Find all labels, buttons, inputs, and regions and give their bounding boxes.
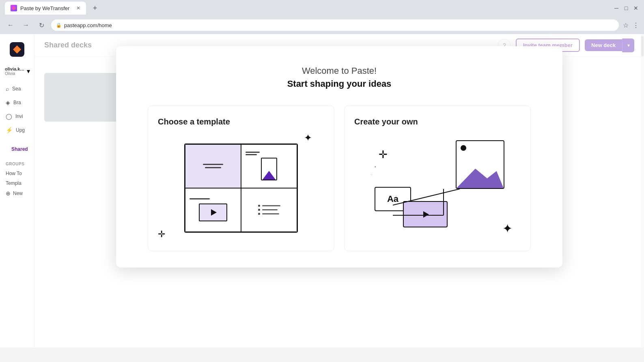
refresh-button[interactable]: ↻ [36,19,47,31]
close-button[interactable]: ✕ [633,5,639,11]
sidebar: olivia.kippax.jones... Olivia ▾ ⌕ Sea ◈ … [0,34,34,347]
choose-template-card[interactable]: Choose a template ✦ ✛ • [148,105,334,251]
invite-label: Invi [15,114,23,119]
template-card-illustration: ✦ ✛ • [158,136,324,240]
brand-icon: ◈ [6,99,10,106]
create-image-dot [461,145,466,151]
line-2 [205,167,221,168]
bullet-dot-3 [258,213,260,215]
sidebar-item-howto[interactable]: How To [6,169,28,178]
new-group-label: New [13,191,23,196]
browser-tab[interactable]: Paste by WeTransfer ✕ [5,2,86,15]
new-tab-button[interactable]: + [89,2,101,14]
line-1 [203,164,223,165]
template-cell-3 [185,188,241,232]
sidebar-item-upgrade[interactable]: ⚡ Upg [0,124,34,137]
bullet-item-1 [258,205,280,207]
sidebar-item-invite[interactable]: ◯ Invi [0,110,34,123]
template-lines [203,164,223,168]
create-sparkle-br-icon: ✦ [502,221,513,236]
bullet-item-2 [258,209,280,211]
user-name: olivia.kippax.jones... [5,66,25,71]
create-video-box [403,201,448,227]
template-cell-2 [241,144,297,188]
lock-icon: 🔒 [56,23,62,28]
tab-close-button[interactable]: ✕ [76,5,80,11]
sidebar-logo[interactable] [0,39,34,60]
url-bar[interactable]: 🔒 pasteapp.com/home [51,19,619,31]
sidebar-item-brand[interactable]: ◈ Bra [0,96,34,109]
template-cell-1 [185,144,241,188]
user-sub: Olivia [5,71,25,76]
upgrade-icon: ⚡ [6,127,13,133]
create-image-landscape [457,164,504,188]
create-own-illustration: ✛ • ○ Aa [354,136,521,240]
create-play-icon [423,211,429,218]
modal-title: Welcome to Paste! [132,66,546,76]
welcome-modal: Welcome to Paste! Start shaping your ide… [116,46,562,268]
template-card-title: Choose a template [158,117,230,126]
search-label: Sea [12,86,21,92]
template-cell-4 [241,188,297,232]
bullet-list [258,205,280,215]
create-own-card-title: Create your own [354,117,418,126]
shared-label: Shared [11,146,28,152]
add-group-icon: ⊕ [6,190,11,197]
bullet-item-3 [258,213,280,215]
video-thumbnail [199,203,227,221]
browser-menu-button[interactable]: ⋮ [633,21,639,29]
modal-subtitle: Start shaping your ideas [132,79,546,89]
back-button[interactable]: ← [5,19,16,31]
line-4 [246,154,257,155]
window-controls: ─ □ ✕ [613,5,639,11]
sidebar-item-templates[interactable]: Templa [6,178,28,188]
maximize-button[interactable]: □ [623,5,629,11]
search-icon: ⌕ [6,86,9,92]
app-logo [10,42,24,57]
user-info: olivia.kippax.jones... Olivia [5,66,25,76]
sparkle-icon-top: ✦ [304,132,312,144]
minimize-button[interactable]: ─ [613,5,620,11]
sidebar-nav: ⌕ Sea ◈ Bra ◯ Invi ⚡ Upg [0,79,34,140]
create-dot-2-icon: ○ [370,173,373,176]
create-sparkle-cross-icon: ✛ [379,148,388,161]
create-dot-1-icon: • [375,165,376,169]
user-dropdown-icon: ▾ [27,67,30,75]
modal-cards: Choose a template ✦ ✛ • [132,105,546,251]
line-5 [190,198,210,199]
bullet-line-2 [262,209,278,210]
user-menu[interactable]: olivia.kippax.jones... Olivia ▾ [0,63,34,79]
sidebar-item-search[interactable]: ⌕ Sea [0,82,34,95]
forward-button[interactable]: → [20,19,32,31]
template-grid-illustration [184,144,298,233]
logo-diamond-icon [13,45,21,54]
address-bar: ← → ↻ 🔒 pasteapp.com/home ☆ ⋮ [0,16,644,34]
bullet-line-1 [262,205,280,206]
modal-overlay: Welcome to Paste! Start shaping your ide… [34,34,644,347]
templates-label: Templa [6,180,22,186]
invite-icon: ◯ [6,113,12,120]
sparkle-dot-icon: • [163,234,164,236]
bullet-line-3 [262,213,279,214]
browser-chrome: Paste by WeTransfer ✕ + ─ □ ✕ ← → ↻ 🔒 pa… [0,0,644,34]
main-content: Shared decks ? Invite team member New de… [34,34,644,347]
sparkle-cross-icon: ✛ [158,229,165,240]
title-bar: Paste by WeTransfer ✕ + ─ □ ✕ [0,0,644,16]
tab-favicon [11,5,17,11]
brand-label: Bra [13,100,21,105]
sidebar-item-new-group[interactable]: ⊕ New [6,188,28,199]
url-text: pasteapp.com/home [64,22,112,28]
sidebar-groups-section: GROUPS How To Templa ⊕ New [0,159,34,202]
upgrade-label: Upg [16,127,25,133]
sidebar-item-shared[interactable]: Shared [6,143,28,155]
image-placeholder [261,158,277,180]
tab-title: Paste by WeTransfer [20,5,69,11]
groups-section-label: GROUPS [6,162,28,166]
bullet-dot-1 [258,205,260,207]
create-own-card[interactable]: Create your own ✛ • ○ [344,105,531,251]
app-container: olivia.kippax.jones... Olivia ▾ ⌕ Sea ◈ … [0,34,644,347]
bullet-dot-2 [258,209,260,211]
create-image-box [456,140,504,189]
bookmark-button[interactable]: ☆ [623,21,629,29]
howto-label: How To [6,171,22,176]
